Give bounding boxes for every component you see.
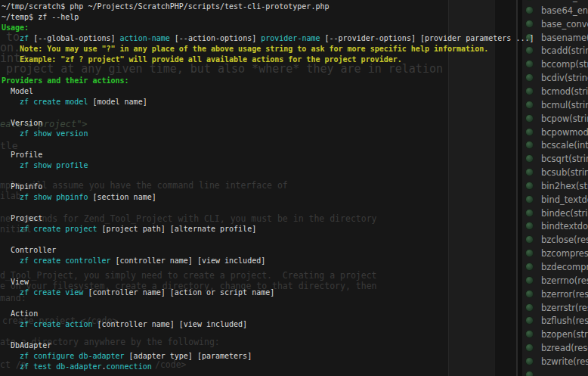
screen: toon.inteproject at any given time, but … xyxy=(0,0,588,376)
function-name-label: bind_textdom xyxy=(541,194,588,206)
terminal-line: zf show version xyxy=(2,129,534,139)
function-name-label: bcsub(string $ xyxy=(541,166,588,179)
function-circle-icon xyxy=(525,0,534,1)
terminal-line: zf create controller [controller name] [… xyxy=(2,256,534,266)
function-name-label: base64_encod xyxy=(541,5,588,17)
function-name-label: base64_deco xyxy=(541,0,588,3)
function-name-label: bcmul(string $ xyxy=(541,99,588,111)
function-name-label: bindtextdoma xyxy=(541,220,588,232)
terminal-line: Phpinfo xyxy=(2,182,534,192)
function-name-label: base_convert( xyxy=(541,18,588,30)
function-name-label: bcpowmod(str xyxy=(541,126,588,138)
function-name-label: basename(stri xyxy=(541,32,588,44)
terminal-line: ~/tmp/scratch$ php ~/Projects/ScratchPHP… xyxy=(2,2,534,12)
terminal-line: zf create view [controller name] [action… xyxy=(2,287,534,298)
function-name-label: bzdecompres xyxy=(541,261,588,273)
terminal-line: zf configure db-adapter [adapter type] [… xyxy=(2,351,534,362)
terminal-line: Version xyxy=(2,118,534,129)
terminal-line: Model xyxy=(2,86,534,97)
terminal-line: Note: You may use "?" in any place of th… xyxy=(2,44,534,54)
function-name-label: bcpow(string xyxy=(541,113,588,125)
terminal-line: Usage: xyxy=(2,23,534,33)
terminal-line xyxy=(2,139,534,150)
terminal-line: zf show profile xyxy=(2,160,534,171)
terminal-line xyxy=(2,266,534,277)
terminal-line: zf [--global-options] action-name [--act… xyxy=(2,33,534,44)
function-name-label: bzerrstr(resou xyxy=(541,302,588,314)
function-name-label: bccomp(string xyxy=(541,58,588,70)
terminal-line xyxy=(2,235,534,245)
terminal-line: Controller xyxy=(2,245,534,256)
terminal-line xyxy=(2,107,534,118)
terminal-line: zf create project [project path] [altern… xyxy=(2,224,534,235)
terminal-line: zf test db-adapter.connection xyxy=(2,362,534,372)
function-name-label: bzclose(resou xyxy=(541,234,588,246)
terminal-line: Example: "zf ? project" will provide all… xyxy=(2,54,534,65)
terminal-line: Profile xyxy=(2,150,534,160)
terminal-line: View xyxy=(2,277,534,287)
function-name-label: bzflush(resou xyxy=(541,315,588,327)
function-name-label: bin2hex(string xyxy=(541,180,588,192)
terminal-line xyxy=(2,65,534,76)
terminal-line xyxy=(2,330,534,340)
function-name-label: bcdiv(string $ xyxy=(541,72,588,84)
terminal-line: ~/temp$ zf --help xyxy=(2,12,534,23)
terminal-line: Providers and their actions: xyxy=(2,76,534,86)
terminal-line: zf show phpinfo [section name] xyxy=(2,192,534,203)
function-name-label: bindec(string xyxy=(541,207,588,219)
function-name-label: bcmod(string xyxy=(541,85,588,98)
terminal-line: Project xyxy=(2,213,534,224)
function-name-label: bcscale(int $s xyxy=(541,139,588,151)
terminal-line: zf create action [controller name] [view… xyxy=(2,319,534,330)
function-name-label: bzerrno(resou xyxy=(541,275,588,287)
function-name-label: bcsqrt(string xyxy=(541,153,588,165)
terminal-line xyxy=(2,171,534,182)
terminal-line: DbAdapter xyxy=(2,340,534,351)
terminal-line xyxy=(2,203,534,213)
terminal-line: zf create model [model name] xyxy=(2,97,534,107)
function-name-label: bzread(resou xyxy=(541,342,588,354)
terminal-output[interactable]: ~/tmp/scratch$ php ~/Projects/ScratchPHP… xyxy=(2,2,534,372)
terminal-line: Action xyxy=(2,309,534,319)
function-name-label: bzopen(string xyxy=(541,328,588,340)
function-name-label: bzcompress(s xyxy=(541,247,588,259)
function-name-label: bzerror(resou xyxy=(541,288,588,300)
function-name-label: bzwrite(resou xyxy=(541,356,588,368)
function-name-label: bcadd(string $ xyxy=(541,45,588,57)
terminal-line xyxy=(2,298,534,309)
